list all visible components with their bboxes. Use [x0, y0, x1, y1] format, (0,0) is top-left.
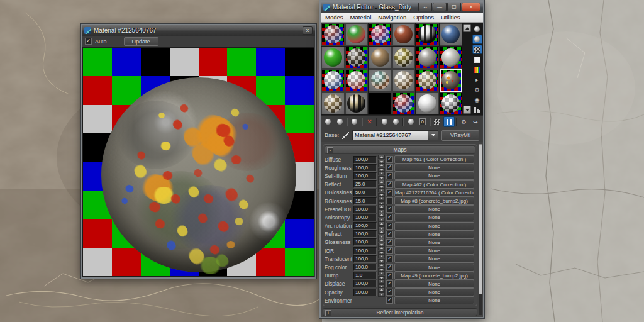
- chevron-down-icon[interactable]: [428, 131, 438, 140]
- map-enable-checkbox[interactable]: [386, 297, 393, 304]
- expand-icon[interactable]: +: [325, 310, 331, 316]
- show-end-result-icon[interactable]: [443, 116, 455, 127]
- backlight-icon[interactable]: [472, 35, 482, 44]
- make-preview-icon[interactable]: ▸: [472, 75, 482, 84]
- amount-field[interactable]: 100,0: [353, 247, 377, 255]
- spinner-up-icon[interactable]: [378, 188, 385, 192]
- map-button[interactable]: None: [394, 264, 474, 272]
- sample-slot[interactable]: [321, 69, 345, 92]
- spinner-up-icon[interactable]: [378, 213, 385, 217]
- pick-material-eyedropper-icon[interactable]: [342, 132, 349, 139]
- sample-slot[interactable]: [416, 47, 439, 69]
- map-enable-checkbox[interactable]: [386, 189, 393, 196]
- sample-slot[interactable]: [345, 23, 369, 46]
- amount-field[interactable]: 50,0: [353, 189, 377, 196]
- dock-toggle-icon[interactable]: ↔: [418, 3, 432, 11]
- menu-material[interactable]: Material: [350, 14, 372, 21]
- map-button[interactable]: None: [394, 164, 474, 172]
- sample-slot[interactable]: [369, 69, 392, 92]
- sample-slot[interactable]: [369, 47, 392, 69]
- map-button[interactable]: Map #62 ( Color Correction ): [394, 180, 474, 189]
- sample-slot[interactable]: [321, 23, 345, 46]
- amount-field[interactable]: 100,0: [353, 280, 377, 287]
- amount-field[interactable]: 100,0: [353, 238, 377, 246]
- menu-modes[interactable]: Modes: [325, 14, 343, 21]
- spinner-up-icon[interactable]: [378, 155, 385, 159]
- make-material-copy-icon[interactable]: [379, 116, 390, 127]
- map-button[interactable]: None: [394, 238, 474, 247]
- map-button[interactable]: None: [394, 288, 474, 296]
- sample-slot[interactable]: [321, 92, 345, 115]
- params-scrollbar-thumb[interactable]: [479, 144, 482, 294]
- material-name-combobox[interactable]: Material #2125640767: [352, 130, 438, 140]
- amount-field[interactable]: 100,0: [353, 206, 377, 213]
- go-to-parent-icon[interactable]: ⚙: [458, 116, 470, 127]
- scroll-down-icon[interactable]: [463, 106, 471, 114]
- rollout-reflect-interpolation[interactable]: +Reflect interpolation: [323, 308, 477, 316]
- map-enable-checkbox[interactable]: [386, 164, 393, 171]
- slot-scrollbar[interactable]: [462, 23, 472, 114]
- map-enable-checkbox[interactable]: [386, 214, 393, 221]
- sample-slot[interactable]: [369, 92, 392, 115]
- assign-material-to-selection-icon[interactable]: [349, 116, 360, 127]
- spinner-up-icon[interactable]: [378, 254, 385, 258]
- sample-type-sphere-icon[interactable]: [472, 25, 482, 34]
- options-icon[interactable]: ⚙: [472, 85, 482, 94]
- amount-field[interactable]: 1,0: [353, 272, 377, 279]
- spinner-up-icon[interactable]: [378, 163, 385, 167]
- amount-field[interactable]: 15,0: [353, 197, 377, 205]
- menu-options[interactable]: Options: [413, 14, 434, 21]
- get-material-icon[interactable]: [323, 116, 334, 127]
- put-to-library-icon[interactable]: [405, 116, 416, 127]
- make-unique-icon[interactable]: [391, 116, 402, 127]
- map-enable-checkbox[interactable]: [386, 181, 393, 188]
- put-material-to-scene-icon[interactable]: [335, 116, 346, 127]
- spinner-up-icon[interactable]: [378, 287, 385, 292]
- sample-slot[interactable]: [369, 23, 392, 46]
- maximize-icon[interactable]: ▢: [447, 3, 461, 11]
- map-enable-checkbox[interactable]: [386, 156, 393, 163]
- update-button[interactable]: Update: [124, 37, 158, 46]
- material-class-button[interactable]: VRayMtl: [441, 130, 479, 141]
- amount-field[interactable]: 100,0: [353, 222, 377, 230]
- map-button[interactable]: None: [394, 255, 474, 263]
- amount-field[interactable]: 100,0: [353, 230, 377, 238]
- spinner-up-icon[interactable]: [378, 196, 385, 201]
- background-icon[interactable]: [472, 45, 482, 54]
- map-enable-checkbox[interactable]: [386, 206, 393, 213]
- video-color-check-icon[interactable]: [472, 65, 482, 74]
- sample-slot[interactable]: [416, 23, 439, 46]
- map-enable-checkbox[interactable]: [386, 239, 393, 246]
- map-enable-checkbox[interactable]: [386, 280, 393, 287]
- sample-slot[interactable]: [392, 69, 416, 92]
- map-enable-checkbox[interactable]: [386, 289, 393, 296]
- spinner-up-icon[interactable]: [378, 246, 385, 250]
- map-enable-checkbox[interactable]: [386, 255, 393, 262]
- sample-slot[interactable]: [440, 47, 463, 69]
- map-enable-checkbox[interactable]: [386, 197, 393, 204]
- map-enable-checkbox[interactable]: [386, 247, 393, 254]
- spinner-up-icon[interactable]: [378, 230, 385, 234]
- map-button[interactable]: None: [394, 296, 474, 304]
- map-enable-checkbox[interactable]: [386, 223, 393, 230]
- spinner-up-icon[interactable]: [378, 238, 385, 242]
- map-enable-checkbox[interactable]: [386, 172, 393, 179]
- map-button[interactable]: Map #8 (concrete_bump2.jpg): [394, 197, 474, 205]
- spinner-up-icon[interactable]: [378, 271, 385, 275]
- map-enable-checkbox[interactable]: [386, 272, 393, 279]
- map-button[interactable]: None: [394, 230, 474, 238]
- spinner-up-icon[interactable]: [378, 180, 385, 184]
- sample-slot[interactable]: [416, 69, 439, 92]
- amount-field[interactable]: 100,0: [353, 172, 377, 180]
- amount-field[interactable]: 100,0: [353, 264, 377, 271]
- amount-field[interactable]: 100,0: [353, 156, 377, 164]
- map-button[interactable]: None: [394, 205, 474, 213]
- sample-slot[interactable]: [392, 23, 416, 46]
- amount-field[interactable]: 100,0: [353, 289, 377, 296]
- map-button[interactable]: None: [394, 172, 474, 180]
- close-icon[interactable]: x: [462, 3, 480, 11]
- spinner-up-icon[interactable]: [378, 171, 385, 175]
- material-preview-viewport[interactable]: [82, 47, 314, 277]
- amount-field[interactable]: 100,0: [353, 164, 377, 172]
- minimize-icon[interactable]: —: [433, 3, 447, 11]
